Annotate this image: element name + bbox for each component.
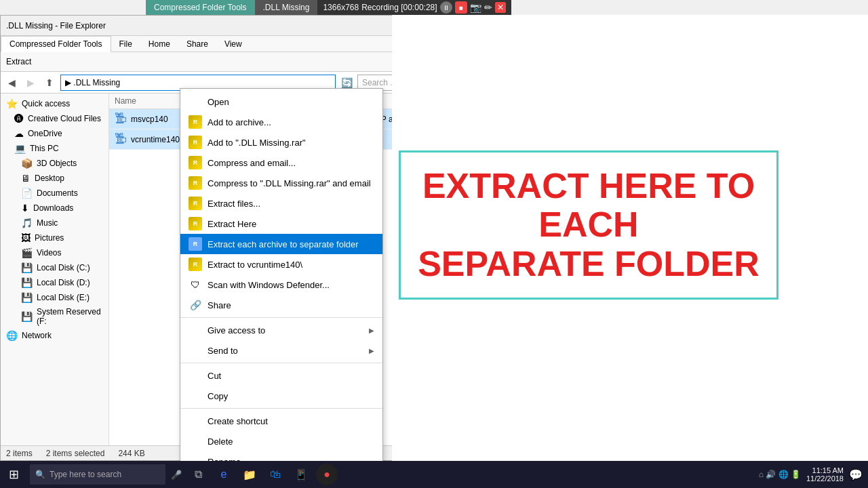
local-disk-c-icon: 💾 [21, 262, 33, 273]
winrar-icon-5: R [189, 197, 202, 210]
up-button[interactable]: ⬆ [41, 75, 58, 91]
pause-button[interactable]: ⏸ [440, 1, 452, 14]
sidebar-item-this-pc[interactable]: 💻 This PC [1, 141, 108, 156]
sidebar-label-downloads: Downloads [33, 203, 73, 213]
cm-copy[interactable]: Copy [180, 386, 382, 406]
overlay-text: EXTRACT HERE TO EACH SEPARATE FOLDER [414, 167, 763, 283]
cm-scan[interactable]: 🛡 Scan with Windows Defender... [180, 274, 382, 295]
tab-file[interactable]: File [111, 36, 140, 52]
store-icon[interactable]: 🛍 [264, 464, 286, 485]
sidebar-item-desktop[interactable]: 🖥 Desktop [1, 171, 108, 186]
file-icon: 🗜 [115, 132, 127, 146]
tab-home[interactable]: Home [140, 36, 178, 52]
cm-extract-to-vcr[interactable]: R Extract to vcruntime140\ [180, 254, 382, 274]
edge-icon[interactable]: e [213, 464, 235, 485]
rec-icon[interactable]: ● [316, 464, 338, 485]
sidebar-label-local-disk-c: Local Disk (C:) [37, 263, 90, 272]
sidebar-item-network[interactable]: 🌐 Network [1, 328, 108, 343]
cm-extract-files[interactable]: R Extract files... [180, 193, 382, 214]
sidebar-label-quick-access: Quick access [22, 99, 70, 108]
sidebar-item-pictures[interactable]: 🖼 Pictures [1, 230, 108, 245]
sidebar-label-pictures: Pictures [35, 233, 64, 243]
onedrive-icon: ☁ [14, 128, 24, 139]
edit-icon[interactable]: ✏ [484, 2, 492, 13]
sidebar-item-documents[interactable]: 📄 Documents [1, 186, 108, 201]
cm-extract-here-label: Extract Here [208, 219, 256, 229]
task-view-button[interactable]: ⧉ [187, 464, 209, 485]
start-button[interactable]: ⊞ [0, 461, 27, 488]
cm-compress-dll-email-label: Compress to ".DLL Missing.rar" and email [208, 178, 371, 188]
sidebar-item-system-reserved[interactable]: 💾 System Reserved (F: [1, 305, 108, 328]
cm-add-archive[interactable]: R Add to archive... [180, 112, 382, 132]
cm-create-shortcut-label: Create shortcut [208, 416, 268, 426]
tab-compressed-folder-tools[interactable]: Compressed Folder Tools [1, 36, 111, 52]
sidebar-item-local-disk-c[interactable]: 💾 Local Disk (C:) [1, 260, 108, 275]
sidebar-label-this-pc: This PC [30, 144, 59, 153]
compressed-folder-tools-tab[interactable]: Compressed Folder Tools [146, 0, 255, 15]
cm-send-to[interactable]: Send to ▶ [180, 340, 382, 361]
cm-delete[interactable]: Delete [180, 431, 382, 451]
sidebar-label-documents: Documents [37, 188, 78, 198]
overlay-line2: SEPARATE FOLDER [414, 245, 763, 283]
system-tray: ⌂ 🔊 🌐 🔋 [759, 470, 801, 479]
sidebar-item-videos[interactable]: 🎬 Videos [1, 245, 108, 260]
tab-share[interactable]: Share [178, 36, 216, 52]
send-to-icon [189, 344, 202, 357]
cm-open[interactable]: Open [180, 92, 382, 112]
sidebar-label-system-reserved: System Reserved (F: [37, 307, 103, 326]
back-button[interactable]: ◀ [3, 75, 20, 91]
recording-bar: Compressed Folder Tools .DLL Missing 136… [146, 0, 511, 15]
item-count: 2 items [6, 449, 33, 458]
sidebar-label-network: Network [22, 331, 52, 340]
cm-cut[interactable]: Cut [180, 365, 382, 386]
cm-create-shortcut[interactable]: Create shortcut [180, 411, 382, 431]
taskbar-clock: 11:15 AM 11/22/2018 [806, 466, 844, 483]
sidebar-item-quick-access[interactable]: ⭐ Quick access [1, 96, 108, 111]
sidebar-label-desktop: Desktop [35, 174, 64, 183]
sidebar-item-creative-cloud[interactable]: 🅐 Creative Cloud Files [1, 111, 108, 126]
delete-icon [189, 434, 202, 448]
selected-size: 244 KB [118, 449, 144, 458]
cm-compress-email[interactable]: R Compress and email... [180, 152, 382, 173]
timer-label: Recording [00:00:28] [361, 3, 437, 12]
forward-button[interactable]: ▶ [22, 75, 39, 91]
search-icon: 🔍 [35, 470, 45, 479]
stop-button[interactable]: ■ [455, 1, 467, 14]
network-icon: 🌐 [6, 330, 18, 341]
give-access-icon [189, 323, 202, 337]
cm-share[interactable]: 🔗 Share [180, 295, 382, 315]
time-display: 11:15 AM [806, 466, 844, 474]
cm-extract-separate-label: Extract each archive to separate folder [208, 239, 359, 249]
tab-view[interactable]: View [216, 36, 250, 52]
cm-extract-here[interactable]: R Extract Here [180, 214, 382, 234]
camera-icon[interactable]: 📷 [470, 2, 481, 13]
notification-icon[interactable]: 💬 [849, 468, 863, 481]
cm-copy-label: Copy [208, 391, 228, 401]
taskbar-search[interactable]: 🔍 Type here to search [30, 464, 165, 485]
send-to-arrow: ▶ [369, 347, 374, 354]
sidebar-item-local-disk-e[interactable]: 💾 Local Disk (E:) [1, 290, 108, 305]
sidebar-item-3d-objects[interactable]: 📦 3D Objects [1, 156, 108, 171]
winrar-icon-8: R [189, 258, 202, 271]
cm-extract-separate[interactable]: R Extract each archive to separate folde… [180, 234, 382, 254]
file-name: msvcp140 [131, 115, 168, 124]
sidebar-item-onedrive[interactable]: ☁ OneDrive [1, 126, 108, 141]
cm-compress-dll-email[interactable]: R Compress to ".DLL Missing.rar" and ema… [180, 173, 382, 193]
phone-icon[interactable]: 📱 [290, 464, 312, 485]
cm-send-to-label: Send to [208, 346, 238, 356]
cm-add-archive-label: Add to archive... [208, 117, 271, 127]
sidebar-item-music[interactable]: 🎵 Music [1, 216, 108, 230]
sidebar: ⭐ Quick access 🅐 Creative Cloud Files ☁ … [1, 94, 109, 445]
share-icon: 🔗 [189, 298, 202, 312]
cm-share-label: Share [208, 300, 231, 310]
dll-missing-tab[interactable]: .DLL Missing [255, 0, 318, 15]
recording-close-button[interactable]: ✕ [495, 2, 506, 13]
desktop-icon: 🖥 [21, 173, 31, 184]
cm-add-dll-rar[interactable]: R Add to ".DLL Missing.rar" [180, 132, 382, 152]
file-explorer-icon[interactable]: 📁 [239, 464, 260, 485]
cm-give-access[interactable]: Give access to ▶ [180, 320, 382, 340]
sidebar-item-local-disk-d[interactable]: 💾 Local Disk (D:) [1, 275, 108, 290]
overlay-box: EXTRACT HERE TO EACH SEPARATE FOLDER [399, 150, 778, 300]
sidebar-item-downloads[interactable]: ⬇ Downloads [1, 201, 108, 216]
sidebar-label-videos: Videos [37, 248, 61, 258]
